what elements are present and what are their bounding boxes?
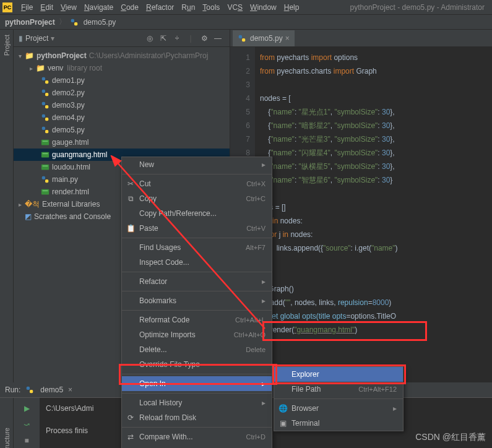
svg-rect-2 [42, 77, 45, 80]
ctx-inspect-code-[interactable]: Inspect Code... [122, 255, 272, 270]
menu-window[interactable]: Window [246, 3, 280, 12]
svg-rect-10 [42, 127, 45, 130]
menu-vcs[interactable]: VCS [223, 3, 246, 12]
svg-rect-14 [41, 152, 49, 158]
ctx-shortcut: Alt+F7 [246, 244, 265, 251]
close-icon[interactable]: × [68, 386, 72, 394]
ctx-new[interactable]: New▸ [122, 157, 272, 172]
svg-rect-16 [41, 165, 49, 170]
tree-file-demo5-py[interactable]: demo5.py [14, 124, 230, 136]
ctx-compare-file-with-editor[interactable]: Compare File with Editor [122, 444, 272, 448]
ctx-shortcut: Ctrl+Alt+F12 [358, 386, 397, 393]
menu-view[interactable]: View [57, 3, 80, 12]
breadcrumb: pythonProject 〉 demo5.py [0, 15, 492, 30]
menu-file[interactable]: File [17, 3, 37, 12]
ctx-icon: ▣ [278, 419, 288, 428]
tree-file-gauge-html[interactable]: gauge.html [14, 136, 230, 149]
ctx-icon: ⇄ [126, 433, 136, 441]
ctx-open-in[interactable]: Open In▸ [122, 376, 272, 391]
menu-tools[interactable]: Tools [199, 3, 223, 12]
ctx-reload-from-disk[interactable]: ⟳Reload from Disk [122, 410, 272, 425]
svg-rect-21 [43, 190, 48, 191]
svg-rect-4 [42, 90, 45, 93]
ctx-label: Paste [139, 224, 158, 233]
chevron-right-icon: ▸ [262, 277, 265, 286]
tree-file-label: gauge.html [52, 138, 88, 147]
html-file-icon [41, 150, 50, 159]
context-menu[interactable]: New▸✂CutCtrl+X⧉CopyCtrl+CCopy Path/Refer… [121, 157, 272, 448]
ctx-label: New [139, 160, 154, 169]
ctx-label: Find Usages [139, 243, 181, 252]
ctx-label: Copy Path/Reference... [139, 209, 217, 218]
stripe-structure[interactable]: Structure [3, 428, 11, 448]
menu-refactor[interactable]: Refactor [142, 3, 178, 12]
python-file-icon [41, 113, 50, 122]
ctx-openin-file-path[interactable]: File PathCtrl+Alt+F12 [274, 382, 403, 397]
tree-file-demo3-py[interactable]: demo3.py [14, 99, 230, 111]
hide-icon[interactable]: — [212, 33, 223, 44]
menu-navigate[interactable]: Navigate [80, 3, 117, 12]
tree-root-name: pythonProject [37, 51, 87, 60]
run-rerun-button[interactable]: ⤻ [20, 418, 33, 431]
ctx-reformat-code[interactable]: Reformat CodeCtrl+Alt+L [122, 312, 272, 327]
ctx-optimize-imports[interactable]: Optimize ImportsCtrl+Alt+O [122, 327, 272, 342]
svg-rect-18 [42, 176, 45, 179]
menu-edit[interactable]: Edit [37, 3, 57, 12]
expand-icon[interactable]: ⇱ [158, 33, 169, 44]
ctx-label: Reload from Disk [139, 413, 196, 422]
run-stop-button[interactable]: ■ [20, 434, 33, 447]
ctx-local-history[interactable]: Local History▸ [122, 395, 272, 410]
close-icon[interactable]: × [285, 34, 290, 43]
python-file-icon [41, 175, 50, 184]
ctx-cut[interactable]: ✂CutCtrl+X [122, 176, 272, 191]
svg-rect-9 [45, 118, 48, 121]
tree-file-label: demo1.py [52, 76, 85, 85]
ctx-icon: ✂ [126, 179, 136, 188]
watermark: CSDN @红目香薰 [415, 432, 486, 443]
locate-icon[interactable]: ◎ [144, 33, 155, 44]
ctx-bookmarks[interactable]: Bookmarks▸ [122, 293, 272, 308]
tree-venv[interactable]: ▸📁 venv library root [14, 62, 230, 74]
ctx-shortcut: Ctrl+D [246, 433, 265, 441]
ctx-compare-with-[interactable]: ⇄Compare With...Ctrl+D [122, 429, 272, 444]
stripe-project[interactable]: Project [3, 35, 11, 56]
run-play-button[interactable]: ▶ [20, 402, 33, 415]
svg-rect-6 [42, 102, 45, 105]
menu-run[interactable]: Run [178, 3, 199, 12]
tree-file-demo2-py[interactable]: demo2.py [14, 87, 230, 99]
ctx-label: Inspect Code... [139, 258, 189, 267]
context-submenu-open-in[interactable]: ExplorerFile PathCtrl+Alt+F12🌐Browser▸▣T… [274, 366, 404, 431]
tree-file-demo4-py[interactable]: demo4.py [14, 111, 230, 124]
tree-project-root[interactable]: ▾📁 pythonProject C:\Users\Administrator\… [14, 50, 230, 62]
run-tab[interactable]: demo5 [40, 386, 63, 394]
menu-code[interactable]: Code [117, 3, 142, 12]
ctx-copy-path-reference-[interactable]: Copy Path/Reference... [122, 206, 272, 221]
ctx-copy[interactable]: ⧉CopyCtrl+C [122, 191, 272, 206]
ctx-paste[interactable]: 📋PasteCtrl+V [122, 221, 272, 236]
breadcrumb-project[interactable]: pythonProject [5, 18, 55, 27]
ctx-shortcut: Ctrl+V [246, 225, 265, 232]
svg-rect-5 [45, 93, 48, 96]
title-bar: PC File Edit View Navigate Code Refactor… [0, 0, 492, 15]
code-editor[interactable]: from pyecharts import options from pyech… [255, 47, 398, 382]
collapse-icon[interactable]: ÷ [171, 33, 183, 44]
ctx-openin-browser[interactable]: 🌐Browser▸ [274, 401, 403, 416]
ctx-override-file-type[interactable]: Override File Type [122, 357, 272, 372]
editor-tab-demo5[interactable]: demo5.py × [233, 30, 295, 46]
ctx-label: Bookmarks [139, 296, 176, 305]
ctx-icon: ⟳ [126, 413, 136, 422]
gear-icon[interactable]: ⚙ [199, 33, 210, 44]
ctx-label: Copy [139, 194, 157, 203]
tree-file-demo1-py[interactable]: demo1.py [14, 74, 230, 87]
ctx-openin-explorer[interactable]: Explorer [274, 367, 403, 382]
chevron-right-icon: ▸ [262, 160, 265, 169]
ctx-openin-terminal[interactable]: ▣Terminal [274, 416, 403, 431]
menu-help[interactable]: Help [280, 3, 303, 12]
chevron-right-icon: ▸ [393, 404, 397, 413]
ctx-delete-[interactable]: Delete...Delete [122, 342, 272, 357]
breadcrumb-file[interactable]: demo5.py [84, 18, 116, 27]
ctx-find-usages[interactable]: Find UsagesAlt+F7 [122, 240, 272, 255]
ctx-refactor[interactable]: Refactor▸ [122, 274, 272, 289]
project-panel-title[interactable]: Project [25, 34, 48, 43]
python-file-icon [25, 386, 34, 394]
